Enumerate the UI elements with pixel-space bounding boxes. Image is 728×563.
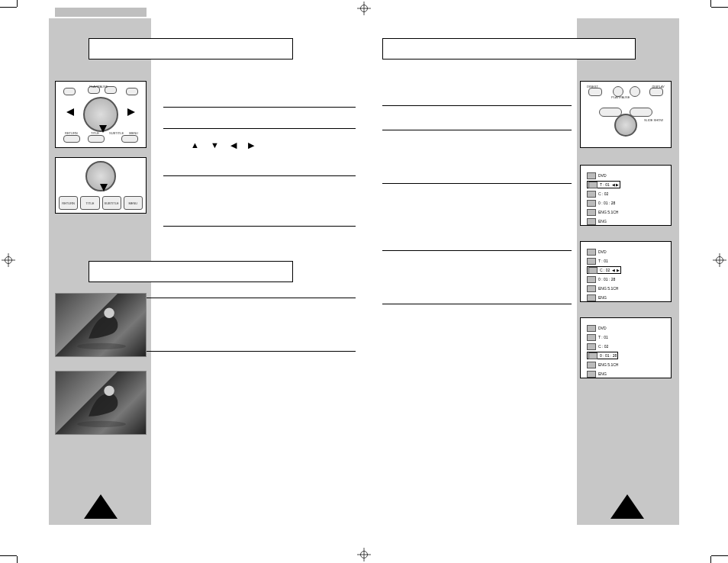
crop-mark bbox=[0, 555, 17, 556]
button-label: PLAY/PAUSE bbox=[611, 95, 630, 99]
crop-mark bbox=[17, 556, 18, 563]
crop-mark bbox=[710, 556, 711, 563]
content-divider bbox=[382, 183, 572, 184]
chapter-icon bbox=[587, 343, 596, 350]
chapter-icon bbox=[587, 191, 596, 198]
svg-point-14 bbox=[77, 421, 126, 427]
content-divider bbox=[163, 128, 356, 129]
button-label: DIGEST bbox=[587, 85, 598, 88]
osd-label: C : 02 bbox=[598, 344, 608, 349]
callout-arrow-icon bbox=[100, 184, 108, 191]
osd-label: 0 : 01 : 28 bbox=[600, 353, 617, 358]
direction-arrows-glyphs: ▲ ▼ ◀ ▶ bbox=[191, 140, 259, 150]
subtitle-icon bbox=[587, 294, 596, 301]
crop-mark bbox=[711, 555, 728, 556]
button-label: DISPLAY bbox=[652, 85, 665, 88]
osd-label: ENG 5.1CH bbox=[598, 210, 618, 214]
content-divider bbox=[163, 175, 356, 176]
button-label: SUBTITLE bbox=[102, 196, 121, 210]
title-icon bbox=[587, 258, 596, 265]
button-label: RETURN bbox=[59, 196, 78, 210]
page-header-tab bbox=[55, 8, 147, 17]
osd-label: DVD bbox=[598, 326, 607, 330]
chapter-icon bbox=[588, 267, 598, 274]
time-icon bbox=[587, 276, 596, 283]
osd-label: T : 01 bbox=[600, 182, 610, 187]
osd-label: 0 : 01 : 28 bbox=[598, 201, 615, 205]
subtitle-icon bbox=[587, 218, 596, 225]
osd-label: C : 02 bbox=[598, 191, 608, 196]
button-label: MENU bbox=[129, 131, 138, 135]
osd-label: ENG 5.1CH bbox=[598, 362, 618, 367]
osd-display-panel: DVD T : 01◀ ▶ C : 02 0 : 01 : 28 ENG 5.1… bbox=[580, 165, 672, 226]
content-divider bbox=[382, 304, 572, 304]
dvd-icon bbox=[587, 172, 596, 179]
registration-mark-icon bbox=[357, 548, 371, 561]
svg-point-15 bbox=[104, 385, 114, 395]
button-label: TITLE bbox=[80, 196, 99, 210]
content-divider bbox=[142, 298, 356, 298]
content-divider bbox=[142, 351, 356, 352]
osd-label: ENG bbox=[598, 372, 607, 376]
audio-icon bbox=[587, 362, 596, 368]
remote-illustration-3: DIGEST DISPLAY PLAY/PAUSE SLIDE SHOW bbox=[580, 81, 672, 148]
content-divider bbox=[163, 226, 356, 227]
dvd-icon bbox=[587, 325, 596, 332]
section-heading-box bbox=[89, 261, 293, 282]
button-label: SLIDE SHOW bbox=[644, 118, 663, 122]
audio-icon bbox=[587, 285, 596, 292]
dvd-icon bbox=[587, 249, 596, 256]
subtitle-icon bbox=[587, 371, 596, 378]
osd-display-panel: DVD T : 01 C : 02◀ ▶ 0 : 01 : 28 ENG 5.1… bbox=[580, 241, 672, 302]
callout-arrow-icon bbox=[127, 108, 135, 116]
button-label: MENU bbox=[124, 196, 143, 210]
osd-label: 0 : 01 : 28 bbox=[598, 277, 615, 282]
section-heading-box bbox=[382, 38, 636, 60]
osd-label: T : 01 bbox=[598, 335, 608, 339]
button-label: SUBTITLE bbox=[109, 131, 124, 135]
title-icon bbox=[588, 182, 598, 188]
osd-label: ENG 5.1CH bbox=[598, 286, 618, 291]
time-icon bbox=[587, 200, 596, 207]
reference-photo-thumbnail bbox=[55, 371, 147, 435]
button-label: RETURN bbox=[65, 131, 78, 135]
content-divider bbox=[382, 130, 572, 130]
title-icon bbox=[587, 334, 596, 341]
crop-mark bbox=[17, 0, 18, 7]
page-continuation-arrow-icon bbox=[84, 494, 118, 519]
osd-label: DVD bbox=[598, 173, 607, 178]
reference-photo-thumbnail bbox=[55, 293, 147, 357]
remote-illustration-2: RETURN TITLE SUBTITLE MENU bbox=[55, 157, 147, 214]
crop-mark bbox=[710, 0, 711, 7]
svg-point-13 bbox=[104, 307, 114, 317]
crop-mark bbox=[711, 7, 728, 8]
osd-label: C : 02 bbox=[600, 268, 610, 272]
content-divider bbox=[163, 107, 356, 108]
osd-label: DVD bbox=[598, 249, 607, 254]
time-icon bbox=[588, 352, 598, 359]
audio-icon bbox=[587, 209, 596, 216]
registration-mark-icon bbox=[357, 2, 371, 15]
crop-mark bbox=[0, 7, 17, 8]
page-continuation-arrow-icon bbox=[610, 494, 644, 519]
svg-point-12 bbox=[77, 343, 126, 349]
content-divider bbox=[382, 105, 572, 106]
button-label: TITLE bbox=[91, 131, 99, 135]
registration-mark-icon bbox=[2, 253, 15, 267]
remote-illustration-1: PLAY/PAUSE RETURN TITLE SUBTITLE MENU bbox=[55, 81, 147, 148]
osd-label: ENG bbox=[598, 219, 607, 224]
osd-label: ENG bbox=[598, 295, 607, 300]
content-divider bbox=[382, 250, 572, 251]
callout-arrow-icon bbox=[66, 108, 74, 116]
registration-mark-icon bbox=[713, 253, 726, 267]
section-heading-box bbox=[89, 38, 293, 60]
button-label: PLAY/PAUSE bbox=[89, 85, 108, 88]
osd-label: T : 01 bbox=[598, 259, 608, 263]
osd-display-panel: DVD T : 01 C : 02 0 : 01 : 28 ENG 5.1CH … bbox=[580, 317, 672, 378]
